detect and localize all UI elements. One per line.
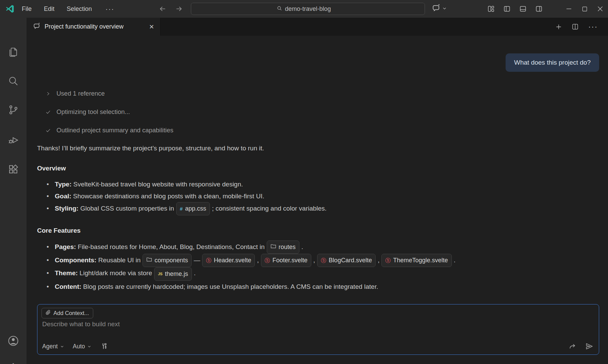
agent-steps: Used 1 reference Optimizing tool selecti… [37, 88, 599, 136]
svelte-file-icon: ⓢ [206, 254, 211, 266]
file-chip-label: components [154, 254, 188, 266]
customize-layout-icon[interactable] [487, 5, 495, 13]
mode-picker-agent[interactable]: Agent [42, 343, 64, 350]
window-close-button[interactable] [592, 0, 608, 18]
response-bullet: •Components: Reusable UI incomponents—ⓢH… [37, 254, 599, 267]
tab-title: Project functionality overview [45, 23, 144, 30]
check-icon [45, 109, 51, 115]
file-chip[interactable]: routes [267, 241, 299, 254]
file-chip-label: app.css [185, 203, 206, 215]
file-chip-label: theme.js [165, 268, 188, 280]
editor-more-actions-icon[interactable]: ··· [588, 22, 598, 31]
copilot-menu[interactable] [431, 3, 447, 14]
navigate-back-icon[interactable] [157, 3, 168, 14]
navigate-forward-icon[interactable] [174, 3, 184, 14]
model-picker-auto[interactable]: Auto [73, 343, 91, 350]
tab-close-icon[interactable]: ✕ [148, 22, 155, 31]
menu-edit[interactable]: Edit [44, 5, 54, 13]
folder-icon [146, 254, 152, 266]
svelte-file-icon: ⓢ [321, 254, 326, 266]
add-context-button[interactable]: Add Context... [42, 308, 93, 318]
split-editor-icon[interactable] [572, 23, 579, 30]
css-file-icon: # [180, 203, 183, 215]
file-chip[interactable]: ⓢHeader.svelte [202, 254, 255, 267]
chat-composer: Add Context... Agent Auto [37, 304, 599, 355]
file-chip[interactable]: ⓢThemeToggle.svelte [381, 254, 451, 267]
search-icon [277, 5, 282, 13]
new-chat-icon[interactable] [555, 23, 562, 30]
response-heading: Overview [37, 165, 599, 172]
step-label: Outlined project summary and capabilitie… [56, 127, 173, 134]
response-heading: Core Features [37, 227, 599, 234]
window-maximize-button[interactable] [577, 0, 592, 18]
response-body: Overview•Type: SvelteKit-based travel bl… [37, 153, 599, 293]
bullet-dot: • [47, 241, 55, 253]
step-label: Used 1 reference [56, 90, 105, 97]
account-icon[interactable] [0, 331, 27, 351]
file-chip-label: Header.svelte [214, 254, 251, 266]
toggle-primary-sidebar-icon[interactable] [503, 5, 511, 13]
extensions-icon[interactable] [0, 159, 27, 180]
source-control-icon[interactable] [0, 100, 27, 120]
copilot-chat-icon [33, 22, 41, 32]
file-chip-label: routes [279, 241, 296, 253]
chat-panel: What does this project do? Used 1 refere… [27, 36, 608, 364]
menu-selection[interactable]: Selection [67, 5, 92, 13]
bullet-dot: • [47, 254, 55, 266]
menu-file[interactable]: File [22, 5, 32, 13]
search-input[interactable] [285, 5, 340, 13]
bullet-dot: • [47, 267, 55, 279]
check-icon [45, 127, 51, 134]
svelte-file-icon: ⓢ [265, 254, 270, 266]
file-chip[interactable]: ⓢBlogCard.svelte [317, 254, 376, 267]
editor-area: Project functionality overview ✕ ··· Wha… [27, 18, 608, 364]
bullet-dot: • [47, 178, 55, 190]
user-message-bubble: What does this project do? [506, 53, 599, 72]
paperclip-icon [46, 310, 51, 316]
forward-message-icon[interactable] [569, 343, 576, 350]
step-label: Optimizing tool selection... [56, 108, 130, 116]
activity-bar: ⚙ NO [0, 18, 27, 364]
vscode-logo-icon [5, 4, 14, 13]
menu-more-icon[interactable]: ··· [105, 5, 114, 13]
toggle-panel-icon[interactable] [519, 5, 527, 13]
file-chip[interactable]: components [143, 254, 192, 267]
chevron-down-icon [60, 345, 64, 348]
file-chip[interactable]: JStheme.js [154, 267, 192, 281]
toggle-secondary-sidebar-icon[interactable] [535, 5, 543, 13]
send-icon[interactable] [585, 342, 593, 350]
response-bullet: •Type: SvelteKit-based travel blog websi… [37, 178, 599, 190]
response-bullet: •Theme: Light/dark mode via storeJStheme… [37, 267, 599, 281]
tab-strip: Project functionality overview ✕ ··· [27, 18, 608, 36]
add-context-label: Add Context... [53, 310, 89, 316]
file-chip[interactable]: ⓢFooter.svelte [261, 254, 311, 267]
response-bullet: •Styling: Global CSS custom properties i… [37, 202, 599, 215]
mode-label: Agent [42, 343, 58, 350]
bullet-dot: • [47, 190, 55, 202]
search-view-icon[interactable] [0, 71, 27, 91]
response-bullet: •Pages: File-based routes for Home, Abou… [37, 241, 599, 254]
run-debug-icon[interactable] [0, 130, 27, 150]
step-summary: Outlined project summary and capabilitie… [45, 125, 599, 136]
tab-chat-session[interactable]: Project functionality overview ✕ [27, 18, 161, 36]
step-used-references[interactable]: Used 1 reference [45, 88, 599, 99]
model-label: Auto [73, 343, 85, 350]
bullet-dot: • [47, 281, 55, 293]
step-tool-selection: Optimizing tool selection... [45, 106, 599, 118]
command-center-search[interactable] [191, 3, 425, 15]
chat-input[interactable] [42, 320, 594, 342]
explorer-icon[interactable] [0, 42, 27, 62]
window-minimize-button[interactable] [561, 0, 577, 18]
chevron-right-icon [45, 90, 51, 97]
configure-tools-icon[interactable] [101, 343, 108, 350]
settings-gear-icon[interactable]: ⚙ NO [0, 358, 27, 364]
response-bullet: •Content: Blog posts are currently hardc… [37, 281, 599, 293]
titlebar: File Edit Selection ··· [0, 0, 608, 18]
file-chip-label: Footer.svelte [273, 254, 308, 266]
js-file-icon: JS [158, 268, 162, 280]
file-chip-label: ThemeToggle.svelte [393, 254, 448, 266]
file-chip[interactable]: #app.css [176, 202, 210, 215]
response-bullet: •Goal: Showcase destinations and blog po… [37, 190, 599, 202]
response-intro: Thanks! I’ll briefly summarize the proje… [37, 144, 599, 153]
copilot-icon [431, 3, 441, 14]
